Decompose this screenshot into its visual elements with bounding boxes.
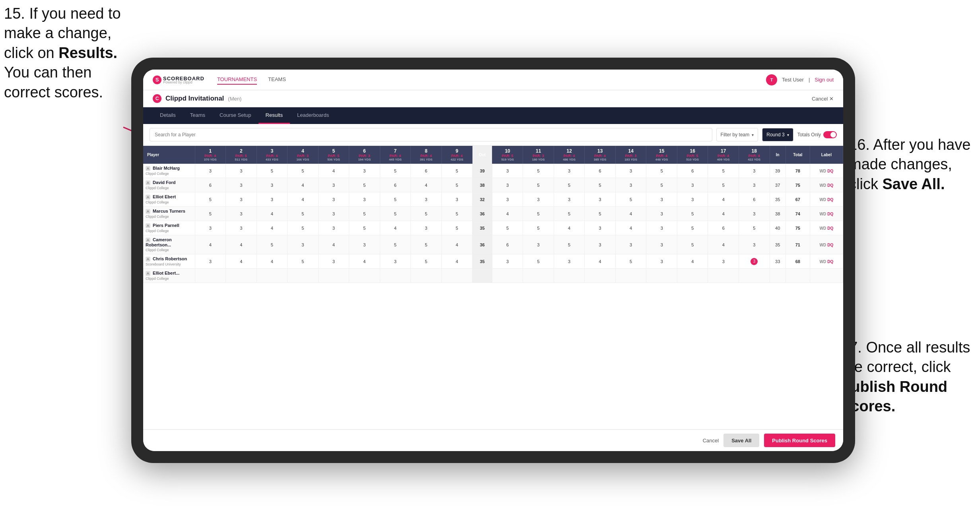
score-cell-front-3[interactable]: 4 [257,221,288,235]
score-cell-front-7[interactable]: 5 [380,192,411,207]
score-cell-back-13[interactable]: 3 [585,192,616,207]
publish-round-scores-button[interactable]: Publish Round Scores [764,434,835,447]
score-cell-front-3[interactable]: 5 [257,235,288,254]
score-cell-back-13[interactable] [585,269,616,283]
score-cell-front-4[interactable]: 5 [288,254,319,269]
score-cell-front-6[interactable]: 4 [349,254,380,269]
score-cell-front-6[interactable]: 3 [349,235,380,254]
nav-link-teams[interactable]: TEAMS [268,75,286,85]
score-cell-back-12[interactable] [554,269,585,283]
score-cell-front-1[interactable]: 5 [195,207,226,221]
score-cell-front-6[interactable]: 3 [349,164,380,178]
tab-details[interactable]: Details [153,107,183,124]
score-cell-front-6[interactable]: 5 [349,178,380,192]
cancel-action-button[interactable]: Cancel [703,438,719,444]
filter-team-dropdown[interactable]: Filter by team ▾ [716,128,758,141]
score-cell-back-14[interactable]: 3 [615,235,646,254]
score-cell-back-17[interactable]: 6 [708,221,739,235]
score-cell-front-9[interactable] [441,269,472,283]
score-cell-front-2[interactable]: 3 [226,221,257,235]
score-cell-front-1[interactable]: 3 [195,164,226,178]
toggle-switch[interactable] [823,131,837,138]
score-cell-front-8[interactable]: 3 [411,221,442,235]
wd-label[interactable]: WD [820,183,826,188]
score-cell-front-5[interactable]: 3 [318,192,349,207]
score-cell-back-13[interactable]: 3 [585,235,616,254]
score-cell-front-9[interactable]: 5 [441,207,472,221]
score-cell-back-12[interactable]: 4 [554,221,585,235]
score-cell-front-1[interactable]: 5 [195,192,226,207]
dq-label[interactable]: DQ [827,226,833,231]
score-cell-back-10[interactable]: 3 [492,192,523,207]
score-cell-back-15[interactable]: 3 [646,207,677,221]
score-cell-back-18[interactable]: 3 [739,235,770,254]
score-cell-front-9[interactable]: 5 [441,178,472,192]
score-cell-front-4[interactable]: 5 [288,207,319,221]
score-cell-back-17[interactable]: 5 [708,164,739,178]
score-cell-back-17[interactable]: 4 [708,235,739,254]
score-cell-front-3[interactable] [257,269,288,283]
score-cell-front-9[interactable]: 4 [441,254,472,269]
score-cell-back-18[interactable]: 3 [739,207,770,221]
wd-label[interactable]: WD [820,169,826,173]
score-cell-front-5[interactable]: 3 [318,207,349,221]
score-cell-back-10[interactable]: 6 [492,235,523,254]
score-cell-back-15[interactable]: 3 [646,235,677,254]
score-cell-back-17[interactable] [708,269,739,283]
score-cell-front-9[interactable]: 3 [441,192,472,207]
dq-label[interactable]: DQ [827,183,833,188]
score-cell-back-11[interactable] [523,269,554,283]
score-cell-back-10[interactable]: 3 [492,254,523,269]
score-cell-front-2[interactable] [226,269,257,283]
score-cell-back-14[interactable]: 4 [615,221,646,235]
score-cell-front-7[interactable]: 3 [380,254,411,269]
round-dropdown[interactable]: Round 3 ▾ [762,128,793,141]
score-cell-front-8[interactable]: 5 [411,235,442,254]
dq-label[interactable]: DQ [827,212,833,216]
save-all-button[interactable]: Save All [723,434,759,447]
score-cell-front-2[interactable]: 4 [226,254,257,269]
score-cell-front-5[interactable]: 4 [318,235,349,254]
score-cell-back-15[interactable]: 5 [646,164,677,178]
score-cell-front-8[interactable]: 4 [411,178,442,192]
score-cell-front-3[interactable]: 3 [257,192,288,207]
score-cell-front-9[interactable]: 4 [441,235,472,254]
score-cell-back-12[interactable]: 3 [554,254,585,269]
score-cell-front-5[interactable]: 3 [318,221,349,235]
score-cell-back-14[interactable]: 5 [615,192,646,207]
score-cell-back-14[interactable]: 4 [615,207,646,221]
score-cell-front-3[interactable]: 4 [257,207,288,221]
score-cell-front-1[interactable]: 6 [195,178,226,192]
score-cell-back-16[interactable] [677,269,708,283]
search-input[interactable] [150,128,712,141]
score-cell-front-7[interactable]: 5 [380,235,411,254]
score-cell-back-12[interactable]: 3 [554,192,585,207]
score-cell-back-13[interactable]: 3 [585,221,616,235]
score-cell-back-16[interactable]: 5 [677,235,708,254]
score-cell-back-13[interactable]: 6 [585,164,616,178]
score-cell-back-12[interactable]: 3 [554,164,585,178]
score-cell-front-5[interactable] [318,269,349,283]
score-cell-back-11[interactable]: 3 [523,235,554,254]
score-cell-back-16[interactable]: 4 [677,254,708,269]
score-cell-front-7[interactable] [380,269,411,283]
cancel-tournament-button[interactable]: Cancel ✕ [812,96,834,102]
score-cell-front-5[interactable]: 4 [318,164,349,178]
score-cell-front-7[interactable]: 6 [380,178,411,192]
score-cell-front-6[interactable] [349,269,380,283]
score-cell-back-15[interactable]: 3 [646,254,677,269]
wd-label[interactable]: WD [820,198,826,202]
score-cell-back-10[interactable]: 4 [492,207,523,221]
score-cell-back-18[interactable]: 3 [739,254,770,269]
score-cell-back-15[interactable]: 3 [646,221,677,235]
score-cell-front-3[interactable]: 4 [257,254,288,269]
score-cell-front-8[interactable]: 3 [411,192,442,207]
score-cell-back-18[interactable]: 3 [739,164,770,178]
score-cell-front-4[interactable]: 5 [288,221,319,235]
score-cell-back-17[interactable]: 5 [708,178,739,192]
wd-label[interactable]: WD [820,260,826,264]
score-cell-back-11[interactable]: 3 [523,192,554,207]
score-cell-front-4[interactable]: 5 [288,164,319,178]
signout-link[interactable]: Sign out [815,77,834,83]
score-cell-front-7[interactable]: 5 [380,164,411,178]
